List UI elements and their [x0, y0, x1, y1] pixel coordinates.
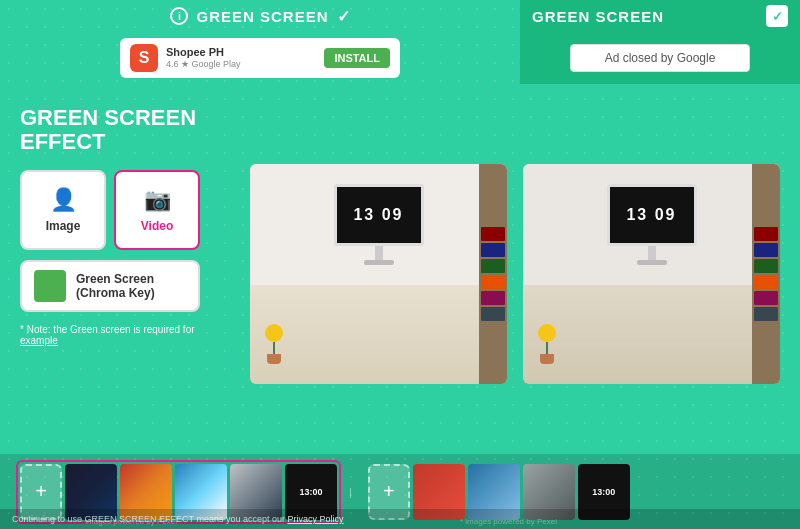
type-buttons: 👤 Image 📷 Video — [20, 170, 230, 250]
desk-surface-right — [523, 285, 780, 384]
flower-area-left — [265, 324, 283, 364]
book-r4 — [754, 275, 778, 289]
book-2 — [481, 243, 505, 257]
filmstrip-separator: | — [349, 486, 352, 498]
header-title-left: GREEN SCREEN — [196, 8, 328, 25]
ad-install-button[interactable]: INSTALL — [324, 48, 390, 68]
privacy-policy-link[interactable]: Privacy Policy — [287, 514, 343, 524]
info-icon[interactable]: i — [170, 7, 188, 25]
desk-scene-right: 13 09 — [523, 164, 780, 384]
ad-left: S Shopee PH 4.6 ★ Google Play INSTALL — [0, 32, 520, 84]
video-icon: 📷 — [144, 187, 171, 213]
bookshelf-left — [479, 164, 507, 384]
desk-scene-left: 13 09 — [250, 164, 507, 384]
desk-surface-left — [250, 285, 507, 384]
main-content: GREEN SCREENEFFECT 👤 Image 📷 Video Green… — [0, 84, 800, 454]
ad-rating: 4.6 ★ Google Play — [166, 59, 241, 70]
bottom-bar: Continuing to use GREEN SCREEN EFFECT me… — [0, 509, 800, 529]
effect-title: GREEN SCREENEFFECT — [20, 106, 230, 154]
book-6 — [481, 307, 505, 321]
ad-text-block: Shopee PH 4.6 ★ Google Play — [166, 46, 241, 70]
monitor-left: 13 09 — [334, 184, 424, 265]
left-panel: GREEN SCREENEFFECT 👤 Image 📷 Video Green… — [20, 96, 230, 442]
book-r6 — [754, 307, 778, 321]
green-screen-button[interactable]: Green Screen (Chroma Key) — [20, 260, 200, 312]
monitor-base-left — [364, 260, 394, 265]
monitor-stand-left — [375, 246, 383, 260]
book-3 — [481, 259, 505, 273]
preview-area: 13 09 — [250, 96, 780, 442]
header: i GREEN SCREEN ✓ GREEN SCREEN ✓ — [0, 0, 800, 32]
video-preview-right: 13 09 — [523, 164, 780, 384]
book-r3 — [754, 259, 778, 273]
header-left: i GREEN SCREEN ✓ — [0, 0, 520, 32]
ad-banner: S Shopee PH 4.6 ★ Google Play INSTALL — [120, 38, 400, 78]
bottom-bar-text: Continuing to use GREEN SCREEN EFFECT me… — [12, 514, 343, 524]
flower-bloom-right — [538, 324, 556, 342]
example-link[interactable]: example — [20, 335, 58, 346]
monitor-stand-right — [648, 246, 656, 260]
book-4 — [481, 275, 505, 289]
shopee-icon: S — [130, 44, 158, 72]
ad-row: S Shopee PH 4.6 ★ Google Play INSTALL Ad… — [0, 32, 800, 84]
video-preview-left: 13 09 — [250, 164, 507, 384]
header-check-left: ✓ — [337, 7, 350, 26]
image-button[interactable]: 👤 Image — [20, 170, 106, 250]
monitor-time-right: 13 09 — [626, 206, 676, 224]
ad-closed-box: Ad closed by Google — [570, 44, 750, 72]
flower-stem-left — [273, 342, 275, 354]
image-icon: 👤 — [50, 187, 77, 213]
book-r5 — [754, 291, 778, 305]
video-label: Video — [141, 219, 173, 233]
book-5 — [481, 291, 505, 305]
flower-stem-right — [546, 342, 548, 354]
monitor-time-left: 13 09 — [353, 206, 403, 224]
green-square-icon — [34, 270, 66, 302]
flower-pot-left — [267, 354, 281, 364]
monitor-right: 13 09 — [607, 184, 697, 265]
video-button[interactable]: 📷 Video — [114, 170, 200, 250]
flower-bloom-left — [265, 324, 283, 342]
book-r2 — [754, 243, 778, 257]
book-r1 — [754, 227, 778, 241]
header-right: GREEN SCREEN ✓ — [520, 0, 800, 32]
image-label: Image — [46, 219, 81, 233]
monitor-base-right — [637, 260, 667, 265]
bookshelf-right — [752, 164, 780, 384]
book-1 — [481, 227, 505, 241]
header-title-right: GREEN SCREEN — [532, 8, 664, 25]
monitor-screen-right: 13 09 — [607, 184, 697, 246]
note-text: * Note: the Green screen is required for… — [20, 324, 230, 346]
ad-right: Ad closed by Google — [520, 32, 800, 84]
flower-area-right — [538, 324, 556, 364]
green-screen-label: Green Screen (Chroma Key) — [76, 272, 186, 300]
flower-pot-right — [540, 354, 554, 364]
header-check-right[interactable]: ✓ — [766, 5, 788, 27]
monitor-screen-left: 13 09 — [334, 184, 424, 246]
ad-app-name: Shopee PH — [166, 46, 241, 59]
